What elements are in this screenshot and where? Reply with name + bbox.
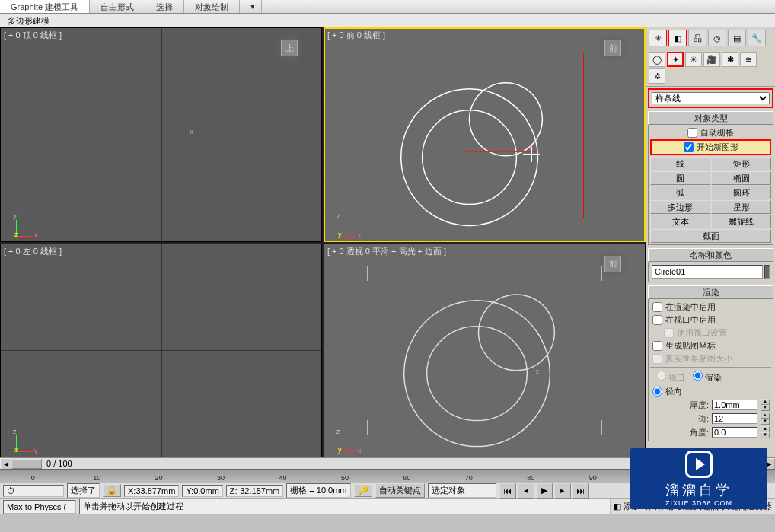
axis-tripod: x y z xyxy=(5,209,33,237)
enable-in-render-label: 在渲染中启用 xyxy=(665,301,716,313)
scroll-thumb[interactable] xyxy=(11,459,42,469)
viewcube-face[interactable]: 前 xyxy=(604,40,621,56)
autokey-button[interactable]: 自动关键点 xyxy=(375,483,425,498)
coord-z[interactable]: Z:-32.157mm xyxy=(226,485,283,497)
ribbon-tab-freeform[interactable]: 自由形式 xyxy=(90,0,145,13)
ribbon-tab-objpaint[interactable]: 对象绘制 xyxy=(184,0,240,13)
radio-viewport: 视口 xyxy=(656,371,685,384)
motion-tab-icon[interactable]: ◎ xyxy=(708,30,726,46)
scroll-left-icon[interactable]: ◂ xyxy=(0,458,11,470)
viewport-left[interactable]: [ + 0 左 0 线框 ] y z x xyxy=(0,244,322,458)
viewcube-front[interactable]: 前 xyxy=(599,34,627,62)
rollout-header-render[interactable]: 渲染 xyxy=(648,285,773,299)
viewcube-face[interactable]: 上 xyxy=(281,40,298,56)
gizmo-x-label: x xyxy=(529,143,533,151)
create-category-row: ◯ ✦ ☀ 🎥 ✱ ≋ ✲ xyxy=(646,49,775,87)
goto-start-icon[interactable]: ⏮ xyxy=(499,483,516,499)
spinner-arrows[interactable]: ▲▼ xyxy=(761,413,770,425)
viewport-persp[interactable]: [ + 0 透视 0 平滑 + 高光 + 边面 ] 前 x x z y xyxy=(324,244,646,458)
generate-mapping-checkbox[interactable] xyxy=(652,341,662,351)
helpers-icon[interactable]: ✱ xyxy=(722,52,738,67)
play-icon[interactable]: ▶ xyxy=(536,483,553,499)
rollout-header-objecttype[interactable]: 对象类型 xyxy=(648,111,773,125)
subribbon: 多边形建模 xyxy=(0,14,775,27)
shape-circle-button[interactable]: 圆 xyxy=(650,171,710,185)
utilities-tab-icon[interactable]: 🔧 xyxy=(748,30,766,46)
viewports-area: [ + 0 顶 0 线框 ] 上 x x y z [ + 0 前 0 线框 ] … xyxy=(0,27,646,457)
key-icon[interactable]: 🔑 xyxy=(354,484,372,497)
next-frame-icon[interactable]: ▸ xyxy=(554,483,571,499)
shape-ngon-button[interactable]: 多边形 xyxy=(650,200,710,214)
geometry-icon[interactable]: ◯ xyxy=(649,52,665,67)
selection-label: 选择了 xyxy=(67,483,100,498)
sides-input[interactable] xyxy=(712,413,757,424)
viewcube-top[interactable]: 上 xyxy=(276,34,303,62)
shape-donut-button[interactable]: 圆环 xyxy=(711,186,771,199)
tick: 30 xyxy=(217,474,225,482)
shape-star-button[interactable]: 星形 xyxy=(711,200,771,214)
viewcube-face[interactable]: 前 xyxy=(604,256,621,272)
shape-section-button[interactable]: 截面 xyxy=(650,229,771,243)
ribbon-tab-graphite[interactable]: Graphite 建模工具 xyxy=(0,0,90,13)
viewport-front[interactable]: [ + 0 前 0 线框 ] 前 x x z y xyxy=(324,27,646,242)
coord-x[interactable]: X:33.877mm xyxy=(124,485,179,497)
start-new-shape-checkbox[interactable] xyxy=(684,142,694,152)
lock-selection-icon[interactable]: 🔒 xyxy=(103,484,121,497)
shape-rectangle-button[interactable]: 矩形 xyxy=(711,157,771,170)
script-mini-listener[interactable]: Max to Physcs ( xyxy=(3,500,76,514)
coord-y[interactable]: Y:0.0mm xyxy=(182,485,222,497)
modify-tab-icon[interactable]: ◧ xyxy=(668,30,687,46)
use-viewport-settings-label: 使用视口设置 xyxy=(677,327,727,339)
shapes-icon[interactable]: ✦ xyxy=(667,52,684,67)
autogrid-checkbox[interactable] xyxy=(687,128,697,138)
spinner-arrows[interactable]: ▲▼ xyxy=(761,399,770,411)
spacewarps-icon[interactable]: ≋ xyxy=(740,52,757,67)
tick: 60 xyxy=(403,474,410,482)
viewcube-persp[interactable]: 前 xyxy=(599,250,627,278)
ribbon-dropdown[interactable]: ▾ xyxy=(240,0,262,13)
shape-line-button[interactable]: 线 xyxy=(650,157,710,170)
object-color-swatch[interactable] xyxy=(764,265,770,279)
shape-helix-button[interactable]: 螺旋线 xyxy=(711,215,771,228)
tick: 50 xyxy=(341,474,349,482)
tick: 10 xyxy=(93,474,100,482)
start-new-shape-label: 开始新图形 xyxy=(697,142,738,153)
shape-ellipse-button[interactable]: 椭圆 xyxy=(711,171,771,185)
hierarchy-tab-icon[interactable]: 品 xyxy=(688,30,706,46)
prev-frame-icon[interactable]: ◂ xyxy=(518,483,534,499)
key-target-dropdown[interactable]: 选定对象 xyxy=(428,483,496,498)
object-name-input[interactable] xyxy=(652,265,763,279)
shapes-category-dropdown[interactable]: 样条线 xyxy=(652,92,770,104)
viewport-front-label: [ + 0 前 0 线框 ] xyxy=(327,30,385,41)
shapes-dropdown-wrap: 样条线 xyxy=(648,88,773,108)
shape-arc-button[interactable]: 弧 xyxy=(650,186,710,199)
radial-radio[interactable] xyxy=(652,387,662,397)
enable-in-render-checkbox[interactable] xyxy=(652,302,662,312)
viewport-top[interactable]: [ + 0 顶 0 线框 ] 上 x x y z xyxy=(0,27,322,242)
time-config-icon[interactable]: ⏱ xyxy=(3,485,64,497)
viewport-left-label: [ + 0 左 0 线框 ] xyxy=(4,246,62,257)
subribbon-polymodeling[interactable]: 多边形建模 xyxy=(0,14,57,28)
gizmo-x-label: x xyxy=(190,128,193,135)
angle-label: 角度: xyxy=(652,427,709,438)
viewport-top-label: [ + 0 顶 0 线框 ] xyxy=(4,30,62,41)
goto-end-icon[interactable]: ⏭ xyxy=(572,483,589,499)
radio-render[interactable]: 渲染 xyxy=(693,371,722,384)
rollout-header-namecolor[interactable]: 名称和颜色 xyxy=(648,248,773,262)
create-tab-icon[interactable]: ✳ xyxy=(649,30,667,46)
sides-label: 边: xyxy=(652,413,709,425)
thickness-input[interactable] xyxy=(712,400,757,410)
time-counter: 0 / 100 xyxy=(42,459,77,468)
cameras-icon[interactable]: 🎥 xyxy=(703,52,720,67)
autogrid-label: 自动栅格 xyxy=(700,127,734,139)
use-viewport-settings-checkbox xyxy=(664,328,674,338)
watermark-url: ZIXUE.3D66.COM xyxy=(665,499,732,507)
angle-input[interactable] xyxy=(712,427,757,438)
ribbon-tab-select[interactable]: 选择 xyxy=(145,0,184,13)
spinner-arrows[interactable]: ▲▼ xyxy=(761,426,770,438)
shape-text-button[interactable]: 文本 xyxy=(650,215,710,228)
lights-icon[interactable]: ☀ xyxy=(685,52,702,67)
display-tab-icon[interactable]: ▤ xyxy=(728,30,746,46)
systems-icon[interactable]: ✲ xyxy=(649,68,665,84)
enable-in-viewport-checkbox[interactable] xyxy=(652,315,662,325)
